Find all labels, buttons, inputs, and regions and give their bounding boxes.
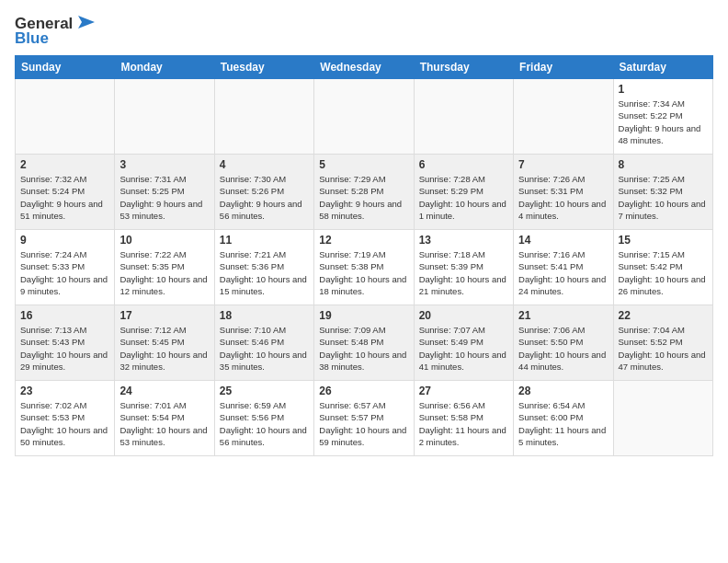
day-info: Sunrise: 7:32 AM Sunset: 5:24 PM Dayligh… bbox=[20, 173, 109, 222]
day-info: Sunrise: 6:59 AM Sunset: 5:56 PM Dayligh… bbox=[220, 399, 309, 448]
logo-blue: Blue bbox=[15, 29, 49, 48]
day-cell: 25Sunrise: 6:59 AM Sunset: 5:56 PM Dayli… bbox=[214, 381, 313, 456]
page: General Blue SundayMondayTuesdayWednesda… bbox=[0, 0, 728, 465]
day-info: Sunrise: 7:19 AM Sunset: 5:38 PM Dayligh… bbox=[319, 248, 408, 297]
day-number: 4 bbox=[220, 158, 309, 171]
day-cell bbox=[514, 79, 613, 155]
day-number: 17 bbox=[119, 309, 209, 322]
day-cell bbox=[214, 79, 313, 155]
day-number: 12 bbox=[319, 234, 408, 247]
day-cell: 24Sunrise: 7:01 AM Sunset: 5:54 PM Dayli… bbox=[115, 381, 214, 456]
day-info: Sunrise: 7:13 AM Sunset: 5:43 PM Dayligh… bbox=[20, 324, 109, 373]
day-info: Sunrise: 7:09 AM Sunset: 5:48 PM Dayligh… bbox=[319, 324, 408, 373]
weekday-header-monday: Monday bbox=[115, 56, 214, 79]
day-number: 27 bbox=[419, 385, 508, 397]
day-cell: 18Sunrise: 7:10 AM Sunset: 5:46 PM Dayli… bbox=[214, 305, 313, 381]
weekday-header-friday: Friday bbox=[514, 56, 613, 79]
day-number: 1 bbox=[619, 83, 708, 96]
day-cell: 5Sunrise: 7:29 AM Sunset: 5:28 PM Daylig… bbox=[314, 155, 414, 230]
day-cell bbox=[16, 79, 115, 155]
day-number: 7 bbox=[518, 158, 608, 171]
day-cell: 2Sunrise: 7:32 AM Sunset: 5:24 PM Daylig… bbox=[16, 155, 115, 230]
weekday-header-saturday: Saturday bbox=[613, 56, 712, 79]
day-number: 23 bbox=[20, 385, 109, 397]
day-number: 11 bbox=[220, 234, 309, 247]
logo-area: General Blue bbox=[15, 15, 95, 48]
day-info: Sunrise: 7:29 AM Sunset: 5:28 PM Dayligh… bbox=[319, 173, 408, 222]
day-number: 9 bbox=[20, 234, 109, 247]
day-cell: 17Sunrise: 7:12 AM Sunset: 5:45 PM Dayli… bbox=[115, 305, 214, 381]
day-number: 19 bbox=[319, 309, 408, 322]
day-number: 10 bbox=[119, 234, 209, 247]
day-info: Sunrise: 7:18 AM Sunset: 5:39 PM Dayligh… bbox=[419, 248, 508, 297]
day-info: Sunrise: 6:56 AM Sunset: 5:58 PM Dayligh… bbox=[419, 399, 508, 448]
day-cell bbox=[314, 79, 414, 155]
day-cell: 28Sunrise: 6:54 AM Sunset: 6:00 PM Dayli… bbox=[514, 381, 613, 456]
day-cell: 6Sunrise: 7:28 AM Sunset: 5:29 PM Daylig… bbox=[414, 155, 513, 230]
week-row-3: 9Sunrise: 7:24 AM Sunset: 5:33 PM Daylig… bbox=[16, 230, 713, 305]
weekday-header-row: SundayMondayTuesdayWednesdayThursdayFrid… bbox=[16, 56, 713, 79]
day-info: Sunrise: 7:21 AM Sunset: 5:36 PM Dayligh… bbox=[220, 248, 309, 297]
day-info: Sunrise: 7:16 AM Sunset: 5:41 PM Dayligh… bbox=[518, 248, 608, 297]
day-number: 20 bbox=[419, 309, 508, 322]
day-number: 21 bbox=[518, 309, 608, 322]
day-cell: 15Sunrise: 7:15 AM Sunset: 5:42 PM Dayli… bbox=[613, 230, 712, 305]
day-number: 25 bbox=[220, 385, 309, 397]
svg-marker-0 bbox=[78, 16, 95, 29]
day-number: 3 bbox=[119, 158, 209, 171]
day-number: 8 bbox=[619, 158, 708, 171]
day-number: 16 bbox=[20, 309, 109, 322]
day-info: Sunrise: 7:12 AM Sunset: 5:45 PM Dayligh… bbox=[119, 324, 209, 373]
week-row-1: 1Sunrise: 7:34 AM Sunset: 5:22 PM Daylig… bbox=[16, 79, 713, 155]
week-row-2: 2Sunrise: 7:32 AM Sunset: 5:24 PM Daylig… bbox=[16, 155, 713, 230]
day-number: 24 bbox=[119, 385, 209, 397]
day-cell: 13Sunrise: 7:18 AM Sunset: 5:39 PM Dayli… bbox=[414, 230, 513, 305]
day-cell: 22Sunrise: 7:04 AM Sunset: 5:52 PM Dayli… bbox=[613, 305, 712, 381]
day-info: Sunrise: 7:34 AM Sunset: 5:22 PM Dayligh… bbox=[619, 98, 708, 146]
week-row-4: 16Sunrise: 7:13 AM Sunset: 5:43 PM Dayli… bbox=[16, 305, 713, 381]
day-cell: 26Sunrise: 6:57 AM Sunset: 5:57 PM Dayli… bbox=[314, 381, 414, 456]
day-info: Sunrise: 7:26 AM Sunset: 5:31 PM Dayligh… bbox=[518, 173, 608, 222]
day-cell: 19Sunrise: 7:09 AM Sunset: 5:48 PM Dayli… bbox=[314, 305, 414, 381]
day-number: 18 bbox=[220, 309, 309, 322]
day-cell: 7Sunrise: 7:26 AM Sunset: 5:31 PM Daylig… bbox=[514, 155, 613, 230]
day-info: Sunrise: 7:15 AM Sunset: 5:42 PM Dayligh… bbox=[619, 248, 708, 297]
day-cell: 14Sunrise: 7:16 AM Sunset: 5:41 PM Dayli… bbox=[514, 230, 613, 305]
day-number: 26 bbox=[319, 385, 408, 397]
calendar: SundayMondayTuesdayWednesdayThursdayFrid… bbox=[15, 55, 713, 456]
day-number: 6 bbox=[419, 158, 508, 171]
day-cell: 9Sunrise: 7:24 AM Sunset: 5:33 PM Daylig… bbox=[16, 230, 115, 305]
day-info: Sunrise: 7:22 AM Sunset: 5:35 PM Dayligh… bbox=[119, 248, 209, 297]
day-info: Sunrise: 7:31 AM Sunset: 5:25 PM Dayligh… bbox=[119, 173, 209, 222]
day-info: Sunrise: 7:30 AM Sunset: 5:26 PM Dayligh… bbox=[220, 173, 309, 222]
day-info: Sunrise: 6:54 AM Sunset: 6:00 PM Dayligh… bbox=[518, 399, 608, 448]
weekday-header-thursday: Thursday bbox=[414, 56, 513, 79]
day-cell: 1Sunrise: 7:34 AM Sunset: 5:22 PM Daylig… bbox=[613, 79, 712, 155]
day-info: Sunrise: 7:01 AM Sunset: 5:54 PM Dayligh… bbox=[119, 399, 209, 448]
day-number: 14 bbox=[518, 234, 608, 247]
day-info: Sunrise: 7:25 AM Sunset: 5:32 PM Dayligh… bbox=[619, 173, 708, 222]
day-cell: 23Sunrise: 7:02 AM Sunset: 5:53 PM Dayli… bbox=[16, 381, 115, 456]
day-info: Sunrise: 7:07 AM Sunset: 5:49 PM Dayligh… bbox=[419, 324, 508, 373]
day-cell: 21Sunrise: 7:06 AM Sunset: 5:50 PM Dayli… bbox=[514, 305, 613, 381]
day-info: Sunrise: 7:24 AM Sunset: 5:33 PM Dayligh… bbox=[20, 248, 109, 297]
day-info: Sunrise: 6:57 AM Sunset: 5:57 PM Dayligh… bbox=[319, 399, 408, 448]
day-info: Sunrise: 7:10 AM Sunset: 5:46 PM Dayligh… bbox=[220, 324, 309, 373]
logo: General Blue bbox=[15, 15, 95, 48]
day-info: Sunrise: 7:28 AM Sunset: 5:29 PM Dayligh… bbox=[419, 173, 508, 222]
day-cell: 27Sunrise: 6:56 AM Sunset: 5:58 PM Dayli… bbox=[414, 381, 513, 456]
logo-bird-icon bbox=[74, 14, 95, 30]
day-number: 13 bbox=[419, 234, 508, 247]
day-number: 28 bbox=[518, 385, 608, 397]
weekday-header-tuesday: Tuesday bbox=[214, 56, 313, 79]
header: General Blue bbox=[15, 15, 713, 48]
day-cell: 20Sunrise: 7:07 AM Sunset: 5:49 PM Dayli… bbox=[414, 305, 513, 381]
day-number: 15 bbox=[619, 234, 708, 247]
day-cell: 3Sunrise: 7:31 AM Sunset: 5:25 PM Daylig… bbox=[115, 155, 214, 230]
day-cell: 11Sunrise: 7:21 AM Sunset: 5:36 PM Dayli… bbox=[214, 230, 313, 305]
day-cell: 4Sunrise: 7:30 AM Sunset: 5:26 PM Daylig… bbox=[214, 155, 313, 230]
week-row-5: 23Sunrise: 7:02 AM Sunset: 5:53 PM Dayli… bbox=[16, 381, 713, 456]
day-cell: 10Sunrise: 7:22 AM Sunset: 5:35 PM Dayli… bbox=[115, 230, 214, 305]
day-cell bbox=[613, 381, 712, 456]
day-info: Sunrise: 7:06 AM Sunset: 5:50 PM Dayligh… bbox=[518, 324, 608, 373]
